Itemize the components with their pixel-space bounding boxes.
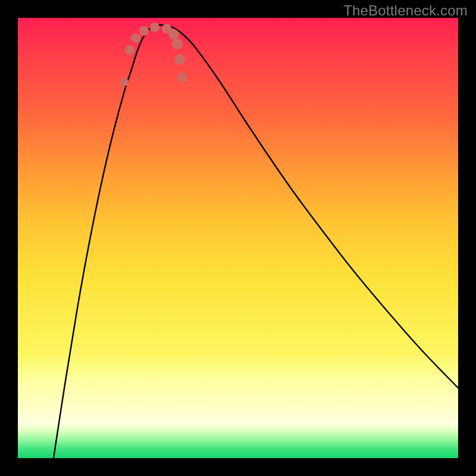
data-markers	[120, 23, 187, 86]
outer-frame: TheBottleneck.com	[0, 0, 476, 476]
plot-area	[18, 18, 458, 458]
watermark-text: TheBottleneck.com	[343, 2, 468, 19]
data-marker	[168, 29, 179, 40]
data-marker	[150, 23, 159, 32]
data-marker	[131, 33, 140, 43]
data-marker	[139, 26, 149, 36]
data-marker	[177, 73, 187, 82]
chart-svg	[18, 18, 458, 458]
bottleneck-curve	[54, 25, 458, 458]
data-marker	[125, 45, 134, 55]
data-marker	[174, 54, 185, 65]
data-marker	[120, 78, 129, 86]
data-marker	[172, 39, 183, 49]
